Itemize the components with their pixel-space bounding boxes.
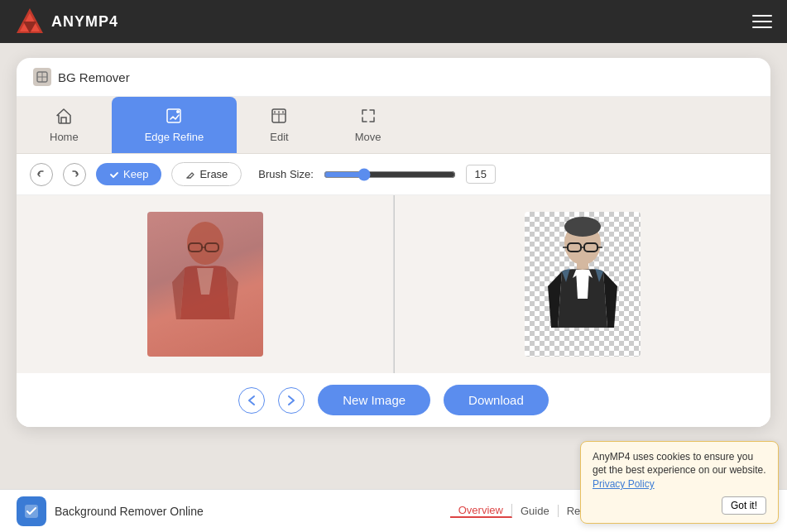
redo-button[interactable] (63, 163, 86, 186)
hamburger-menu[interactable] (752, 15, 772, 28)
toolbar: Keep Erase Brush Size: 15 (17, 154, 770, 195)
tab-edit-label: Edit (270, 131, 288, 143)
tab-home[interactable]: Home (17, 97, 112, 153)
top-navigation: ANYMP4 (0, 0, 787, 43)
cookie-banner-text: AnyMP4 uses cookies to ensure you get th… (593, 450, 766, 491)
processed-image (525, 212, 641, 357)
prev-button[interactable] (238, 387, 265, 414)
keep-label: Keep (123, 168, 148, 180)
person-left-svg (147, 212, 263, 357)
card-header: BG Remover (17, 58, 770, 97)
bottom-bar-title: Background Remover Online (55, 505, 204, 518)
nav-link-guide[interactable]: Guide (512, 505, 559, 517)
home-icon (55, 107, 73, 127)
tab-home-label: Home (50, 131, 79, 143)
tab-move-label: Move (355, 131, 382, 143)
card-header-icon (33, 68, 51, 86)
got-it-button[interactable]: Got it! (722, 496, 766, 515)
bg-remover-small-icon (23, 503, 40, 520)
undo-button[interactable] (30, 163, 53, 186)
card-title: BG Remover (58, 70, 130, 84)
original-image (147, 212, 263, 357)
next-button[interactable] (278, 387, 305, 414)
panel-divider (394, 195, 396, 373)
brush-size-slider[interactable] (324, 168, 456, 181)
move-icon (359, 107, 377, 127)
new-image-button[interactable]: New Image (318, 385, 430, 415)
keep-button[interactable]: Keep (96, 163, 161, 185)
main-content: BG Remover Home Edge Refine Edit (0, 43, 787, 427)
bottom-actions: New Image Download (17, 373, 770, 427)
cookie-text: AnyMP4 uses cookies to ensure you get th… (593, 451, 765, 477)
svg-point-19 (564, 217, 601, 237)
erase-label: Erase (199, 168, 228, 180)
cookie-banner: AnyMP4 uses cookies to ensure you get th… (580, 441, 779, 524)
download-label: Download (468, 393, 524, 407)
tab-edge-refine[interactable]: Edge Refine (112, 97, 238, 153)
brush-size-label: Brush Size: (258, 168, 313, 180)
bg-remover-card: BG Remover Home Edge Refine Edit (17, 58, 770, 427)
person-right-svg (525, 212, 641, 357)
tabs-row: Home Edge Refine Edit Move (17, 97, 770, 154)
new-image-label: New Image (343, 393, 405, 407)
logo-area: ANYMP4 (15, 7, 118, 36)
edge-refine-icon (165, 107, 183, 127)
tab-edit[interactable]: Edit (237, 97, 321, 153)
logo-icon (15, 7, 45, 36)
logo-text: ANYMP4 (51, 13, 118, 31)
edit-icon (270, 107, 288, 127)
nav-link-overview[interactable]: Overview (450, 504, 512, 518)
privacy-policy-link[interactable]: Privacy Policy (593, 478, 655, 490)
erase-button[interactable]: Erase (171, 162, 242, 186)
right-panel (394, 195, 770, 373)
bottom-bar-icon (17, 496, 46, 526)
svg-point-7 (176, 110, 180, 113)
canvas-area (17, 195, 770, 373)
download-button[interactable]: Download (444, 385, 549, 415)
tab-edge-refine-label: Edge Refine (145, 131, 204, 143)
brush-size-value: 15 (466, 165, 496, 184)
left-panel (17, 195, 394, 373)
bg-remover-icon (36, 71, 48, 83)
tab-move[interactable]: Move (322, 97, 415, 153)
